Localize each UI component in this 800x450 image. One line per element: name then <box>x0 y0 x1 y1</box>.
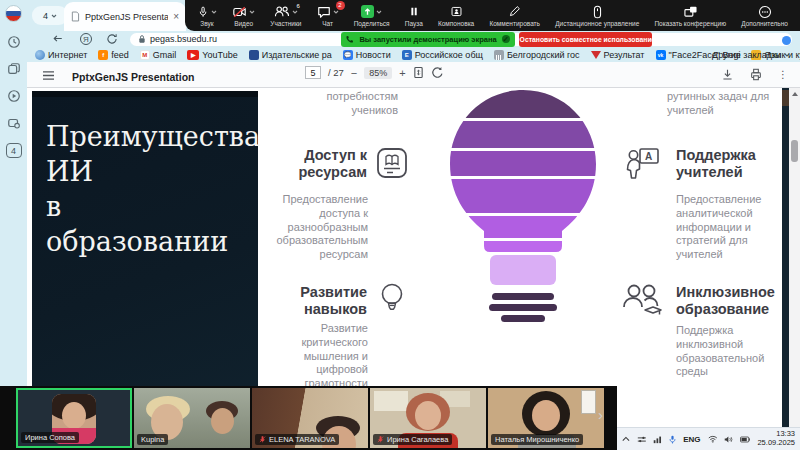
slide-title-line: в образовании <box>46 189 246 259</box>
close-tab-icon[interactable]: × <box>173 11 179 22</box>
download-icon[interactable] <box>721 68 734 81</box>
pause-share-button[interactable]: Пауза <box>405 5 423 27</box>
bookmark-label: Gmail <box>153 50 177 60</box>
participant-video-sagalaeva[interactable]: Ирина Сагалаева <box>370 388 486 448</box>
participants-button[interactable]: 6 Участники <box>270 5 301 27</box>
back-icon[interactable] <box>52 33 64 44</box>
mouse-icon <box>593 5 602 19</box>
tab-counter-pill[interactable]: 4 <box>32 6 68 25</box>
more-options-button[interactable]: Дополнительно <box>741 5 788 27</box>
participant-video-taranova[interactable]: ELENA TARANOVA <box>252 388 368 448</box>
tray-date: 25.09.2025 <box>757 439 795 448</box>
participant-video-kupina[interactable]: Kupina <box>134 388 250 448</box>
chevron-down-icon[interactable] <box>211 10 217 14</box>
history-icon[interactable] <box>7 35 21 49</box>
mute-audio-button[interactable]: Звук <box>197 5 217 27</box>
participant-name-label: ELENA TARANOVA <box>255 434 339 445</box>
zoom-meeting-toolbar: Звук Видео 6 Участники 2 Чат Поделиться … <box>185 0 800 31</box>
more-options-label: Дополнительно <box>741 20 788 27</box>
sidebar-menu-icon[interactable] <box>42 70 55 81</box>
layout-button[interactable]: Компоновка <box>438 5 474 27</box>
language-indicator[interactable]: ENG <box>683 435 700 444</box>
conference-window-icon <box>683 5 698 18</box>
show-conference-button[interactable]: Показать конференцию <box>654 5 726 27</box>
phone-icon <box>346 35 354 43</box>
bookmark-rossiyskoe[interactable]: ЕРоссийское общ <box>402 50 483 60</box>
tray-mic-icon[interactable] <box>669 434 676 445</box>
volume-icon[interactable] <box>724 435 733 444</box>
remote-control-button[interactable]: Дистанционное управление <box>555 5 639 27</box>
zoom-out-button[interactable]: − <box>351 67 357 79</box>
page-total: / 27 <box>328 67 344 78</box>
zoom-level[interactable]: 85% <box>364 67 392 79</box>
pencil-icon <box>508 5 521 18</box>
youtube-icon: ▶ <box>187 50 199 60</box>
page-number-input[interactable]: 5 <box>305 66 321 79</box>
bookmark-youtube[interactable]: ▶YouTube <box>187 50 237 60</box>
muted-mic-icon <box>259 436 266 443</box>
participant-name: Наталья Мирошниченко <box>495 435 579 444</box>
rotate-icon[interactable] <box>431 66 444 79</box>
bookmark-label: feed <box>111 50 129 60</box>
participant-video-miroshnichenko[interactable]: Наталья Мирошниченко <box>488 388 604 448</box>
other-bookmarks-button[interactable]: Другие закладки <box>712 47 790 62</box>
annotate-button[interactable]: Комментировать <box>489 5 540 27</box>
bookmark-rezultat[interactable]: Результат <box>591 50 645 60</box>
inclusive-people-icon <box>621 283 665 319</box>
participant-video-sopova[interactable]: Ирина Сопова <box>16 388 132 448</box>
wifi-icon[interactable] <box>708 435 718 443</box>
teacher-support-icon: A <box>625 146 661 182</box>
bookmark-label: YouTube <box>202 50 237 60</box>
refresh-icon[interactable] <box>106 33 118 45</box>
sliders-icon[interactable] <box>637 435 647 444</box>
scrollbar-track[interactable] <box>789 88 800 427</box>
pdf-more-icon[interactable]: ⋮ <box>778 69 788 80</box>
play-media-icon[interactable] <box>7 89 21 103</box>
tray-expand-icon[interactable] <box>622 436 630 442</box>
page-edge-strip-top <box>782 90 789 106</box>
annotate-label: Комментировать <box>489 20 540 27</box>
pdf-page-controls: 5 / 27 − 85% + <box>305 66 444 79</box>
participant-name: Ирина Сагалаева <box>387 435 448 444</box>
scrollbar-thumb[interactable] <box>791 140 798 162</box>
battery-icon[interactable] <box>740 436 751 443</box>
more-participants-chevron[interactable]: › <box>598 406 603 423</box>
stop-share-text: Остановить совместное использование <box>520 36 656 43</box>
tabs-panel-icon[interactable] <box>7 62 21 76</box>
remote-control-label: Дистанционное управление <box>555 20 639 27</box>
print-icon[interactable] <box>749 68 763 81</box>
participant-name-label: Ирина Сагалаева <box>373 434 452 445</box>
start-video-button[interactable]: Видео <box>232 5 255 27</box>
bookmark-label: Российское общ <box>415 50 483 60</box>
screenshot-icon[interactable] <box>7 116 21 130</box>
bookmark-novosti[interactable]: 💬Новости <box>343 50 391 60</box>
participant-name-label: Ирина Сопова <box>21 432 79 443</box>
bookmark-label: Результат <box>604 50 645 60</box>
stop-share-button[interactable]: Остановить совместное использование <box>519 32 652 47</box>
chevron-down-icon[interactable] <box>249 10 255 14</box>
profile-avatar-russia-flag[interactable] <box>5 5 22 22</box>
chevron-down-icon[interactable] <box>333 10 339 14</box>
tray-clock[interactable]: 13:33 25.09.2025 <box>757 430 795 447</box>
bookmark-gmail[interactable]: MGmail <box>140 50 177 60</box>
sync-notification-dot[interactable] <box>782 36 791 45</box>
chevron-down-icon[interactable] <box>292 10 298 14</box>
share-screen-button[interactable]: Поделиться <box>354 5 390 27</box>
bookmark-label: Белгородский гос <box>507 50 580 60</box>
section-support-body: Предоставление аналитической информации … <box>676 193 781 262</box>
scrollbar-up-arrow[interactable] <box>792 92 798 96</box>
chevron-down-icon <box>784 53 790 57</box>
windows-taskbar: ENG 13:33 25.09.2025 <box>617 427 800 450</box>
yandex-button[interactable]: Я <box>80 33 92 45</box>
tab-count-box[interactable]: 4 <box>6 143 22 158</box>
zoom-in-button[interactable]: + <box>399 67 405 79</box>
bookmark-izdatelskie[interactable]: Издательские ра <box>249 50 332 60</box>
signal-bars-icon[interactable] <box>653 435 662 444</box>
fit-page-icon[interactable] <box>413 66 424 79</box>
chevron-down-icon[interactable] <box>376 10 382 14</box>
bookmark-feed[interactable]: ffeed <box>98 50 129 60</box>
bookmark-belgorodskiy[interactable]: Белгородский гос <box>494 50 580 60</box>
chat-button[interactable]: 2 Чат <box>317 5 339 27</box>
browser-tab-active[interactable]: PptxGenJS Presentation × <box>64 2 186 31</box>
bookmark-internet[interactable]: Интернет <box>35 50 87 60</box>
